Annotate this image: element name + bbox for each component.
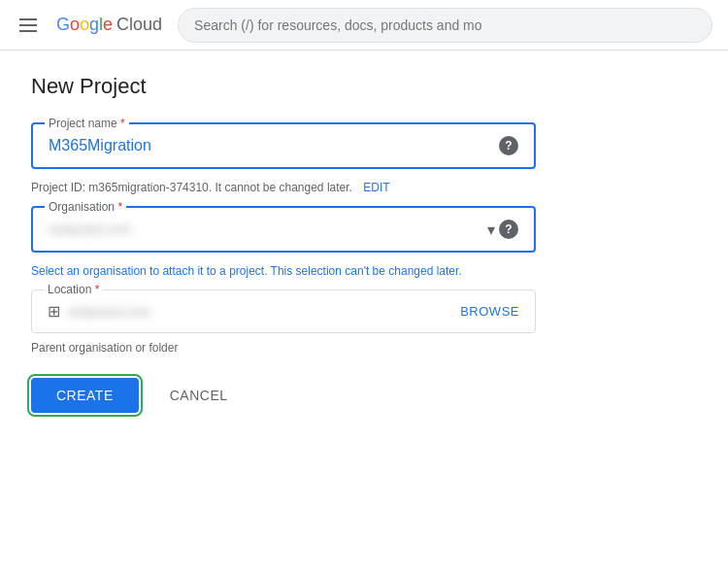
project-name-field: Project name ?	[31, 122, 536, 169]
organisation-field: Organisation ▾ ?	[31, 206, 536, 253]
cancel-button[interactable]: CANCEL	[154, 380, 244, 411]
grid-icon: ⊞	[48, 302, 60, 321]
browse-link[interactable]: BROWSE	[460, 304, 519, 319]
project-name-label: Project name	[45, 117, 129, 130]
location-field: Location ⊞ redacted.com BROWSE	[31, 289, 536, 333]
org-hint: Select an organisation to attach it to a…	[31, 264, 536, 278]
create-button[interactable]: CREATE	[31, 378, 139, 413]
project-name-help-icon[interactable]: ?	[499, 136, 518, 155]
project-id-suffix: It cannot be changed later.	[215, 181, 351, 194]
google-cloud-logo: Google Cloud	[56, 15, 162, 35]
menu-icon[interactable]	[16, 15, 41, 36]
project-id-prefix: Project ID:	[31, 181, 85, 194]
organisation-input-row: ▾ ?	[49, 220, 518, 239]
project-id-line: Project ID: m365migration-374310. It can…	[31, 181, 536, 194]
project-name-input[interactable]	[49, 137, 491, 154]
project-name-input-row: ?	[49, 136, 518, 155]
organisation-label: Organisation	[45, 200, 126, 214]
header: Google Cloud	[0, 0, 728, 51]
edit-link[interactable]: EDIT	[363, 181, 389, 194]
project-id-value: m365migration-374310.	[88, 181, 212, 194]
search-input[interactable]	[178, 8, 712, 43]
dropdown-icon[interactable]: ▾	[487, 221, 495, 239]
organisation-help-icon[interactable]: ?	[499, 220, 518, 239]
location-value: redacted.com	[68, 304, 452, 320]
page-title: New Project	[31, 74, 697, 99]
location-input-row: ⊞ redacted.com BROWSE	[48, 302, 519, 321]
location-hint: Parent organisation or folder	[31, 341, 536, 355]
organisation-input[interactable]	[49, 221, 483, 237]
page-content: New Project Project name ? Project ID: m…	[0, 51, 728, 436]
btn-row: CREATE CANCEL	[31, 378, 697, 413]
location-label: Location	[44, 283, 103, 296]
